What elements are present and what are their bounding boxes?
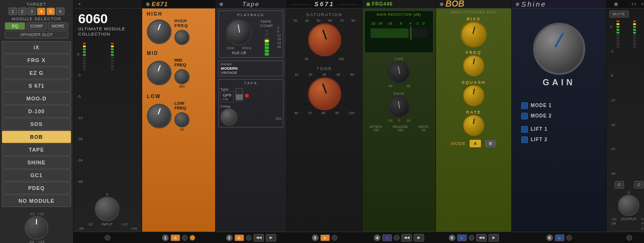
shine-lift2-indicator[interactable]	[521, 136, 528, 143]
e671-low-freq-knob[interactable]	[174, 112, 190, 127]
shine-circle-1[interactable]	[566, 235, 572, 241]
e671-slot-label[interactable]: A	[171, 234, 180, 241]
e671-high-gain-knob[interactable]	[147, 19, 172, 44]
module-item-sos[interactable]: SOS	[2, 118, 71, 130]
shine-slot-label[interactable]: B	[555, 234, 564, 241]
bob-circle-1[interactable]	[469, 235, 474, 241]
tape-transport-1[interactable]: ◀◀	[254, 234, 264, 242]
s671-name: S671	[314, 0, 334, 8]
module-item-frgx[interactable]: FRG X	[2, 54, 71, 66]
module-item-s671[interactable]: S 671	[2, 80, 71, 92]
module-selector-more[interactable]: MORE	[48, 22, 68, 30]
module-item-ezg[interactable]: EZ G	[2, 67, 71, 79]
frg446-thr-knob[interactable]	[388, 61, 410, 84]
s671-circle-1[interactable]	[332, 235, 337, 241]
svg-rect-9	[408, 28, 427, 38]
shine-gain-knob[interactable]	[533, 23, 585, 75]
target-label: TARGET	[3, 2, 70, 7]
bob-header: BOB	[436, 0, 511, 9]
module-item-bob[interactable]: BOB	[2, 131, 71, 143]
tape-circle-1[interactable]	[246, 235, 252, 241]
s671-saturation-knob[interactable]	[308, 23, 341, 56]
e671-mid-gain-knob[interactable]	[147, 61, 172, 85]
shine-mode2-indicator[interactable]	[521, 113, 528, 119]
target-btn-2[interactable]: 2	[18, 8, 27, 15]
frg446-slot-i[interactable]: I	[382, 234, 392, 241]
phi-button-1[interactable]: Ø	[615, 181, 624, 189]
e671-mid-freq-knob[interactable]	[174, 69, 190, 84]
e671-low-label: LOW	[147, 94, 210, 99]
target-btn-1[interactable]: 1	[9, 8, 17, 15]
shine-name: Shine	[521, 0, 546, 8]
frg446-transport-2[interactable]: ▶	[414, 234, 424, 242]
s671-slot-number: 3	[312, 234, 318, 241]
bob-squash-knob[interactable]	[463, 85, 484, 106]
bob-freq-knob[interactable]	[463, 55, 484, 76]
bob-rate-knob[interactable]	[463, 115, 484, 136]
module-item-pdeq[interactable]: PDEQ	[2, 182, 71, 194]
e671-name: E671	[152, 0, 168, 8]
frg446-meter-display: -32 -24 -16 -8 -4 -2 0	[368, 19, 430, 45]
module-item-d100[interactable]: D-100	[2, 105, 71, 117]
module-item-ix[interactable]: iX	[2, 41, 71, 54]
s671-slot-label[interactable]: A	[320, 234, 330, 241]
input-min-label: -24 +24	[28, 240, 45, 243]
e671-slot-number: 1	[162, 234, 169, 241]
shine-mode1-indicator[interactable]	[521, 102, 528, 109]
bob-transport-2[interactable]: ▶	[489, 234, 499, 242]
tape-comp-knob[interactable]	[220, 108, 237, 126]
tape-led-1	[265, 30, 269, 32]
phi-button-2[interactable]: Ø	[634, 181, 644, 189]
tape-playback-label: PLAYBACK	[221, 13, 281, 17]
module-selector-eq[interactable]: EQ	[5, 22, 25, 30]
bob-transport-1[interactable]: ◀◀	[476, 234, 487, 242]
e671-low-gain-knob[interactable]	[147, 104, 172, 128]
e671-low-band: LOW LOW FREQ 95	[142, 91, 215, 134]
target-section: TARGET 1 2 3 4 5 6 MODULE SELECTOR EQ CO…	[0, 0, 73, 40]
tape-playback-knob[interactable]	[226, 19, 252, 45]
input-knob[interactable]	[25, 216, 48, 240]
module-item-nomodule[interactable]: NO MODULE	[2, 195, 71, 207]
tape-head-modern[interactable]: MODERN	[221, 66, 281, 71]
e671-circle-1[interactable]	[182, 235, 188, 241]
target-btn-4[interactable]: 4	[37, 8, 45, 15]
target-btn-5[interactable]: 5	[46, 8, 55, 15]
output-knob[interactable]	[618, 195, 639, 216]
s671-tone-knob[interactable]	[308, 77, 341, 110]
tape-db-24: -24	[276, 41, 281, 45]
module-item-gc1[interactable]: GC1	[2, 169, 71, 181]
right-db-scale: -12 0	[630, 2, 644, 6]
frg446-gain-display: GAIN REDUCTION (dB) -32 -24 -16 -8 -4 -2…	[364, 10, 434, 53]
tape-slot-label[interactable]: A	[235, 234, 244, 241]
module-item-shine[interactable]: SHINE	[2, 156, 71, 169]
module-selector-comp[interactable]: COMP	[26, 22, 46, 30]
target-btn-3[interactable]: 3	[27, 8, 36, 15]
bob-mode-b-btn[interactable]: B	[485, 140, 496, 147]
tape-slot-number: 2	[226, 234, 233, 241]
bob-bias-section: BIAS	[436, 16, 511, 48]
s671-header: —————— S671 ——————	[287, 0, 362, 9]
tape-type-switch[interactable]	[236, 88, 243, 101]
right-circle-btn[interactable]	[626, 235, 632, 241]
frg446-gain-knob[interactable]	[388, 96, 410, 118]
bob-mode-a-btn[interactable]: A	[470, 140, 481, 147]
input-pos24: +24	[130, 226, 137, 231]
shine-lift1-row: LIFT 1	[517, 124, 601, 135]
module-item-mood[interactable]: MOO-D	[2, 92, 71, 105]
panel-bob: BOB BASS OPTIMIZED BIAS BIAS FREQ SQUASH…	[436, 0, 512, 243]
shine-lift1-indicator[interactable]	[521, 126, 528, 133]
module-item-tape[interactable]: TAPE	[2, 144, 71, 156]
bob-slot-label[interactable]: B	[457, 234, 467, 241]
bob-bias-knob[interactable]	[461, 21, 487, 47]
6060-circle-btn[interactable]	[105, 235, 110, 241]
6060-input-knob[interactable]	[95, 197, 119, 221]
tape-head-vintage[interactable]: VINTAGE	[221, 71, 281, 75]
e671-high-freq-knob[interactable]	[174, 30, 190, 45]
frg446-transport-1[interactable]: ◀◀	[401, 234, 412, 242]
target-btn-6[interactable]: 6	[56, 8, 64, 15]
mute-button[interactable]: MUTE	[609, 10, 629, 18]
e671-circle-2[interactable]	[190, 235, 195, 241]
tape-transport-2[interactable]: ▶	[266, 234, 276, 242]
frg446-circle-1[interactable]	[394, 235, 399, 241]
e671-mid-label: MID	[147, 51, 210, 56]
